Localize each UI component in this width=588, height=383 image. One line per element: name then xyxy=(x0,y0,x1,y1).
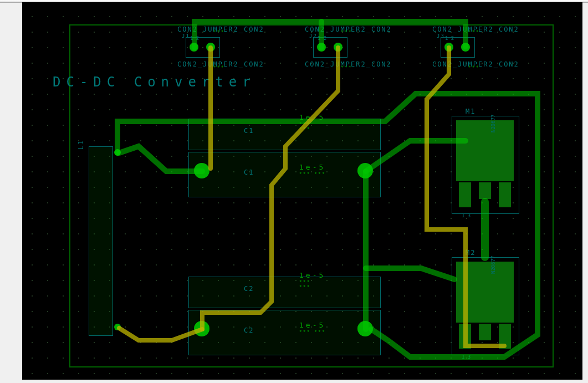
m1-ref: M1 xyxy=(466,108,475,115)
j1-pad2[interactable] xyxy=(206,43,215,52)
c2a-ref: C2 xyxy=(244,285,254,293)
c1b-outline[interactable] xyxy=(188,152,381,197)
l1-pad2[interactable] xyxy=(114,324,121,330)
c1b-ref: C1 xyxy=(244,168,254,176)
l1-ref: L1 xyxy=(77,140,85,150)
j2-pad2[interactable] xyxy=(334,43,342,52)
m2-leg2 xyxy=(479,324,491,340)
m2-leg1 xyxy=(459,324,471,349)
c2a-outline[interactable] xyxy=(188,277,381,308)
m1-leg1 xyxy=(459,182,471,207)
m2-leg3 xyxy=(499,324,511,349)
j2-pad1[interactable] xyxy=(317,43,326,52)
c2b-val: 1e-5 xyxy=(299,321,325,329)
j3-pad1[interactable] xyxy=(444,43,453,52)
c2b-ref: C2 xyxy=(244,326,254,334)
m1-part: N20677 xyxy=(490,114,496,132)
c2b-pad1[interactable] xyxy=(194,321,209,336)
l1-pad1[interactable] xyxy=(114,149,121,156)
m1-leg2 xyxy=(479,182,491,199)
c1b-pad1[interactable] xyxy=(194,163,209,178)
c1b-pad2[interactable] xyxy=(357,163,373,178)
c2b-pad2[interactable] xyxy=(357,321,373,336)
board-title-text: DC-DC Converter xyxy=(53,74,256,90)
j1-pins: 1 2 xyxy=(190,35,199,41)
m1-pins: 1 3 xyxy=(462,213,471,218)
c1b-val: 1e-5 xyxy=(299,163,325,171)
m2-tab xyxy=(456,262,514,323)
j2-pins: 1 2 xyxy=(318,35,326,41)
j3-pad2[interactable] xyxy=(461,43,470,52)
pcb-canvas[interactable]: DC-DC Converter CON2_JUMPER2_CON2 CON2_J… xyxy=(22,2,582,380)
c2a-val: 1e-5 xyxy=(299,271,325,279)
c1a-ref: C1 xyxy=(244,127,254,135)
app-window: DC-DC Converter CON2_JUMPER2_CON2 CON2_J… xyxy=(0,0,588,383)
c2b-outline[interactable] xyxy=(188,310,381,355)
m2-pins: 1 3 xyxy=(462,354,471,360)
l1-outline[interactable] xyxy=(89,146,113,336)
j1-pad1[interactable] xyxy=(190,43,198,52)
m1-tab xyxy=(456,120,514,181)
m2-ref: M2 xyxy=(466,249,475,257)
m1-leg3 xyxy=(499,182,511,207)
m2-part: N20677 xyxy=(490,256,496,274)
j3-pins: 1 2 xyxy=(445,35,454,41)
c1a-val: 1e-5 xyxy=(299,113,325,121)
c1a-outline[interactable] xyxy=(188,119,381,150)
